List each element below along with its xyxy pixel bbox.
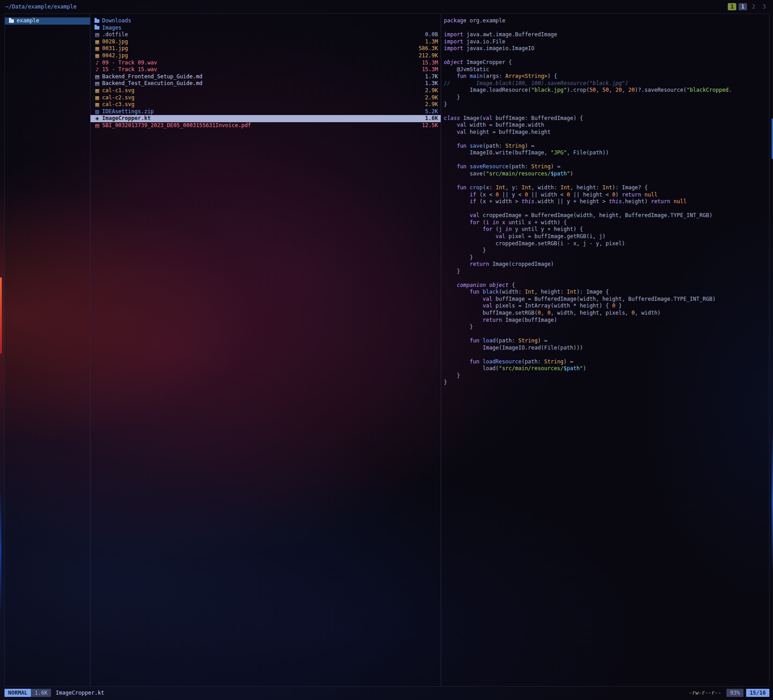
file-row[interactable]: 09 - Track 09.wav15.3M <box>90 60 441 67</box>
code-line: } <box>444 324 769 331</box>
file-name: SBI_0032013739_2023_DE05_0003155631Invoi… <box>102 122 417 129</box>
status-right: -rw-r--r-- 93% 15/16 <box>689 689 769 697</box>
file-size: 1.3K <box>425 80 438 87</box>
file-name: cal-c3.svg <box>102 101 421 108</box>
code-line: fun black(width: Int, height: Int): Imag… <box>444 289 769 296</box>
code-line: fun save(path: String) = <box>444 143 769 150</box>
code-line: buffImage.setRGB(0, 0, width, height, pi… <box>444 310 769 317</box>
file-name: Backend_Test_Execution_Guide.md <box>102 80 421 87</box>
code-line: croppedImage.setRGB(i - x, j - y, pixel) <box>444 240 769 248</box>
code-line: for (j in y until y + height) { <box>444 226 769 233</box>
file-row[interactable]: Downloads <box>90 17 441 25</box>
file-name: Backend_Frontend_Setup_Guide.md <box>102 73 421 81</box>
tab-bar: 1123 <box>728 3 769 10</box>
file-row[interactable]: .dotfile0.0B <box>90 31 441 38</box>
file-row[interactable]: ImageCropper.kt1.6K <box>90 115 441 122</box>
file-name: 0028.jpg <box>102 38 421 46</box>
mode-badge: NORMAL <box>4 689 31 697</box>
code-line <box>444 178 769 185</box>
code-line: import java.io.File <box>444 38 769 46</box>
code-line: ImageIO.write(buffImage, "JPG", File(pat… <box>444 149 769 157</box>
code-icon <box>94 115 100 122</box>
file-name: .dotfile <box>102 31 421 38</box>
code-line: val width = buffImage.width <box>444 122 769 129</box>
code-line: import java.awt.image.BufferedImage <box>444 31 769 38</box>
code-line: val pixel = buffImage.getRGB(i, j) <box>444 233 769 240</box>
code-line: Image(ImageIO.read(File(path))) <box>444 345 769 352</box>
image-icon <box>94 52 100 60</box>
code-line: @JvmStatic <box>444 66 769 73</box>
code-line: } <box>444 94 769 101</box>
tab-2[interactable]: 2 <box>749 3 758 10</box>
tab-3[interactable]: 3 <box>760 3 769 10</box>
code-line: val croppedImage = BufferedImage(width, … <box>444 212 769 219</box>
code-line <box>444 157 769 164</box>
code-line: fun main(args: Array<String>) { <box>444 73 769 80</box>
code-line: return Image(croppedImage) <box>444 261 769 268</box>
code-line: } <box>444 268 769 275</box>
file-row[interactable]: 0031.jpg586.3K <box>90 45 441 52</box>
folder-icon <box>94 26 99 30</box>
permissions-text: -rw-r--r-- <box>689 690 721 696</box>
file-size: 15.3M <box>422 60 438 67</box>
file-row[interactable]: 15 - Track 15.wav15.3M <box>90 66 441 73</box>
status-bar: NORMAL 1.6K ImageCropper.kt -rw-r--r-- 9… <box>4 688 769 697</box>
breadcrumb-path[interactable]: ~/Data/example/example <box>5 4 77 10</box>
file-name: ImageCropper.kt <box>102 115 421 122</box>
file-row[interactable]: Images <box>90 25 441 32</box>
tab-1[interactable]: 1 <box>739 3 747 10</box>
preview-pane[interactable]: package org.example import java.awt.imag… <box>441 14 769 686</box>
code-line <box>444 351 769 359</box>
code-line: return Image(buffImage) <box>444 317 769 324</box>
file-row[interactable]: SBI_0032013739_2023_DE05_0003155631Invoi… <box>90 122 441 129</box>
wallpaper-accent-red <box>0 277 2 354</box>
code-line: if (x < 0 || y < 0 || width < 0 || heigh… <box>444 192 769 199</box>
code-line <box>444 136 769 143</box>
file-row[interactable]: IDEAsettings.zip5.2K <box>90 108 441 115</box>
file-name: 09 - Track 09.wav <box>102 60 417 67</box>
pdf-icon <box>94 122 100 129</box>
file-row[interactable]: 0042.jpg212.9K <box>90 52 441 60</box>
file-size: 1.6K <box>425 115 438 122</box>
code-line <box>444 205 769 213</box>
file-size: 1.3M <box>425 38 438 46</box>
file-name: 0031.jpg <box>102 45 414 52</box>
archive-icon <box>94 108 100 115</box>
file-row[interactable]: cal-c1.svg2.9K <box>90 87 441 94</box>
file-size: 5.2K <box>425 108 438 115</box>
code-line: val buffImage = BufferedImage(width, hei… <box>444 296 769 303</box>
image-icon <box>94 45 100 52</box>
parent-pane[interactable]: example <box>5 14 90 686</box>
tab-1[interactable]: 1 <box>728 3 736 10</box>
file-name: 15 - Track 15.wav <box>102 66 417 73</box>
file-row[interactable]: Backend_Frontend_Setup_Guide.md1.7K <box>90 73 441 81</box>
file-pane[interactable]: DownloadsImages.dotfile0.0B0028.jpg1.3M0… <box>90 14 441 686</box>
code-line <box>444 108 769 115</box>
topbar: ~/Data/example/example 1123 <box>5 2 769 11</box>
file-size: 1.7K <box>425 73 438 81</box>
file-size: 12.5K <box>422 122 438 129</box>
code-line: fun crop(x: Int, y: Int, width: Int, hei… <box>444 184 769 192</box>
file-row[interactable]: cal-c2.svg2.9K <box>90 94 441 102</box>
status-filename: ImageCropper.kt <box>56 690 104 696</box>
code-line: Image.loadResource("black.jpg").crop(50,… <box>444 87 769 94</box>
parent-list: example <box>5 17 90 25</box>
file-row[interactable]: 0028.jpg1.3M <box>90 38 441 46</box>
file-size: 2.9K <box>425 87 438 94</box>
code-lines: package org.example import java.awt.imag… <box>444 17 769 386</box>
code-line: // Image.black(100, 100).saveResource("b… <box>444 80 769 87</box>
file-row[interactable]: cal-c3.svg2.9K <box>90 101 441 108</box>
file-size-badge: 1.6K <box>31 689 51 697</box>
code-line <box>444 275 769 282</box>
code-line: } <box>444 254 769 261</box>
vector-icon <box>94 101 100 108</box>
audio-icon <box>94 60 100 67</box>
code-line: } <box>444 101 769 108</box>
code-line <box>444 52 769 60</box>
file-row[interactable]: Backend_Test_Execution_Guide.md1.3K <box>90 80 441 87</box>
file-size: 15.3M <box>422 66 438 73</box>
code-line: val pixels = IntArray(width * height) { … <box>444 303 769 310</box>
code-line: import javax.imageio.ImageIO <box>444 45 769 52</box>
file-row[interactable]: example <box>5 17 90 25</box>
code-line: object ImageCropper { <box>444 59 769 66</box>
